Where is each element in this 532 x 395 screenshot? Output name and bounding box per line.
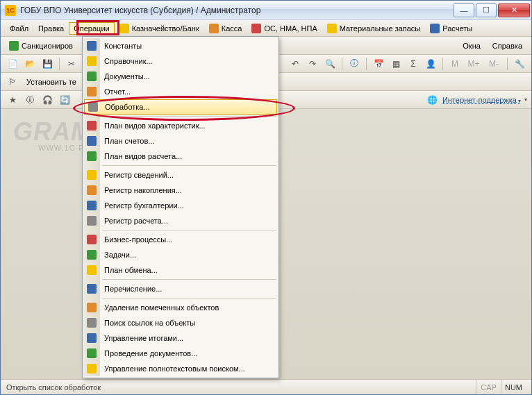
dropdown-item-label: Регистр сведений... [104,171,174,179]
statusbar: Открыть список обработок CAP NUM [1,379,531,394]
dropdown-item[interactable]: Регистр накопления... [83,183,278,198]
refresh-button[interactable]: 🔄 [57,93,72,107]
undo-button[interactable]: ↶ [288,57,303,71]
dropdown-item[interactable]: Документы... [83,69,278,84]
minimize-button[interactable]: — [454,3,474,17]
dropdown-item-icon [86,86,97,97]
window-buttons: — ☐ ✕ [452,3,530,17]
user-button[interactable]: 👤 [423,57,438,71]
dropdown-item-icon [86,200,97,211]
calc-icon [430,24,440,33]
window-title: ГОБУ ВПО Университет искусств (Субсидия)… [20,6,452,15]
dropdown-item-icon [86,249,97,260]
calendar-button[interactable]: 📅 [371,57,386,71]
menu-windows[interactable]: Окна [458,40,485,52]
cap-indicator: CAP [476,380,501,394]
dropdown-separator [102,298,276,299]
dropdown-item[interactable]: Удаление помеченных объектов [83,300,278,315]
dropdown-item-label: Бизнес-процессы... [104,235,172,244]
menu-help[interactable]: Справка [488,40,527,52]
dropdown-item-label: Обработка... [105,103,150,111]
dropdown-item-icon [86,363,97,374]
help-button[interactable]: ⓘ [347,57,362,71]
chevron-down-icon[interactable]: ▾ [524,96,527,103]
dropdown-item[interactable]: План видов расчета... [83,149,278,164]
dropdown-item-icon [86,234,97,245]
dropdown-item-label: План видов расчета... [104,152,182,160]
redo-button[interactable]: ↷ [305,57,320,71]
date-flag-button[interactable]: 🏳 [5,75,20,89]
dropdown-separator [102,165,276,166]
menu-materials[interactable]: Материальные запасы [322,22,426,35]
dropdown-item-icon [86,302,97,313]
dropdown-item-icon [86,317,97,328]
dropdown-item-icon [86,135,97,146]
sanction-button[interactable]: Санкциониров [5,41,77,51]
favorites-button[interactable]: ★ [5,93,20,107]
dropdown-item-label: Удаление помеченных объектов [104,303,219,312]
sum-button[interactable]: Σ [406,57,421,71]
dropdown-item-label: Управление итогами... [104,334,183,342]
dropdown-item[interactable]: Проведение документов... [83,346,278,361]
dropdown-item-icon [86,185,97,196]
dropdown-item[interactable]: Перечисление... [83,281,278,296]
m-minus-button[interactable]: M- [485,57,503,71]
inet-support-link[interactable]: Интернет-поддержка▾ [442,96,521,104]
cash-icon [209,24,219,33]
dropdown-item[interactable]: Бизнес-процессы... [83,232,278,247]
maximize-button[interactable]: ☐ [476,3,497,17]
dropdown-item-icon [86,215,97,226]
dropdown-item[interactable]: Управление итогами... [83,330,278,346]
dropdown-item-icon [86,333,97,344]
dropdown-item-label: Регистр накопления... [104,186,182,194]
dropdown-item-label: Регистр бухгалтерии... [104,201,184,210]
menu-edit[interactable]: Правка [33,22,69,35]
dropdown-item[interactable]: Отчет... [83,84,278,99]
find-button[interactable]: 🔍 [322,57,338,71]
dropdown-item-label: Документы... [104,72,150,81]
dropdown-item[interactable]: Задачи... [83,247,278,262]
cut-button[interactable]: ✂ [64,57,79,71]
menu-operations[interactable]: Операции [69,22,114,35]
treasury-icon [119,24,129,33]
dropdown-item-label: План видов характеристик... [104,121,206,130]
m-plus-button[interactable]: M+ [465,57,483,71]
dropdown-item-label: Задачи... [104,251,136,259]
menu-cash[interactable]: Касса [204,22,247,35]
dropdown-item[interactable]: Обработка... [84,99,277,115]
menubar: Файл Правка Операции Казначейство/Банк К… [1,20,531,37]
save-button[interactable]: 💾 [40,57,55,71]
app-icon: 1C [5,5,16,16]
dropdown-item-icon [86,169,97,180]
dropdown-item[interactable]: Регистр расчета... [83,213,278,228]
dropdown-item[interactable]: Поиск ссылок на объекты [83,315,278,330]
table-button[interactable]: ▦ [388,57,404,71]
menu-file[interactable]: Файл [5,22,33,35]
operations-dropdown: КонстантыСправочник...Документы...Отчет.… [82,36,279,378]
dropdown-item-icon [86,348,97,359]
menu-calculations[interactable]: Расчеты [425,22,477,35]
set-date-button[interactable]: Установить те [22,78,81,86]
dropdown-item[interactable]: Константы [83,38,278,53]
dropdown-item-icon [86,120,97,131]
dropdown-item[interactable]: Справочник... [83,53,278,69]
dropdown-item-icon [86,264,97,276]
tools-button[interactable]: 🔧 [512,57,527,71]
menu-treasury[interactable]: Казначейство/Банк [115,22,204,35]
dropdown-item[interactable]: План счетов... [83,133,278,149]
menu-os-nma[interactable]: ОС, НМА, НПА [247,22,322,35]
dropdown-item[interactable]: Управление полнотекстовым поиском... [83,361,278,376]
dropdown-item[interactable]: План видов характеристик... [83,118,278,133]
dropdown-item[interactable]: План обмена... [83,262,278,278]
dropdown-item-label: План обмена... [104,266,158,274]
m-button[interactable]: M [447,57,463,71]
open-button[interactable]: 📂 [22,57,38,71]
info-button[interactable]: 🛈 [22,93,38,107]
dropdown-item[interactable]: Регистр бухгалтерии... [83,198,278,213]
titlebar: 1C ГОБУ ВПО Университет искусств (Субсид… [1,1,531,20]
dropdown-item-icon [86,40,97,51]
new-doc-button[interactable]: 📄 [5,57,20,71]
support-button[interactable]: 🎧 [40,93,55,107]
dropdown-item[interactable]: Регистр сведений... [83,167,278,183]
close-button[interactable]: ✕ [498,3,530,17]
